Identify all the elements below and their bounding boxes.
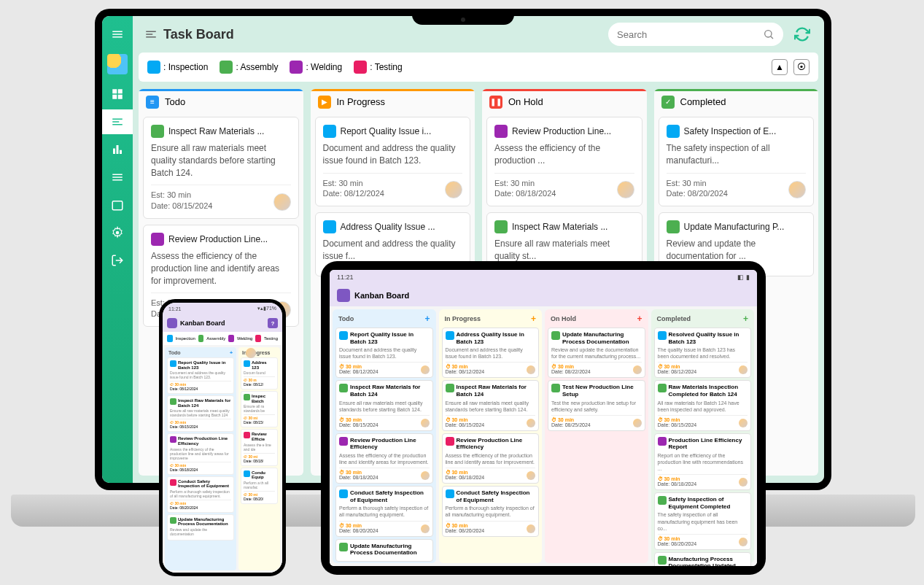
tag-icon (446, 437, 454, 446)
settings-icon[interactable] (102, 220, 133, 245)
card-description: Assess the e line and ide (244, 443, 275, 452)
card-title: Address Quality Issue in Batch 123 (457, 331, 536, 345)
task-card[interactable]: Inspect Raw Materials ... Ensure all raw… (143, 117, 299, 219)
add-icon[interactable]: + (531, 314, 536, 324)
task-card[interactable]: Conduct Safety Inspection of Equipment P… (167, 476, 234, 513)
avatar (633, 419, 642, 427)
task-card[interactable]: Report Quality Issue in Batch 123 Docume… (335, 328, 433, 378)
add-icon[interactable]: + (637, 314, 642, 324)
task-card[interactable]: Report Quality Issue i... Document and a… (315, 117, 471, 206)
sidebar (102, 16, 133, 483)
svg-rect-7 (112, 201, 123, 210)
card-title: Review Efficie (252, 432, 275, 441)
avatar (527, 471, 535, 480)
tablet-column-progress: In Progress+ Address Quality Issue in Ba… (439, 309, 543, 563)
task-card[interactable]: Conduct Safety Inspection of Equipment P… (442, 486, 540, 536)
phone-statusbar: 11:21▾▴▮71% (163, 303, 282, 314)
card-date: Date: 08/20/2024 (170, 505, 198, 510)
avatar (527, 419, 535, 427)
task-card[interactable]: Inspect Raw Materials for Batch 124 Ensu… (167, 395, 234, 432)
refresh-icon[interactable] (792, 24, 812, 44)
add-icon[interactable]: + (424, 314, 430, 324)
task-card[interactable]: Update Manufacturing Process Documentati… (167, 514, 234, 541)
task-card[interactable]: Inspect Raw Materials for Batch 124 Ensu… (335, 380, 433, 430)
card-description: Perform a thorough safety inspection of … (339, 505, 430, 518)
task-card[interactable]: Resolved Quality Issue in Batch 123 The … (654, 328, 752, 378)
card-date: Date: 08/18/2024 (339, 475, 378, 480)
task-card[interactable]: Manufacturing Process Documentation Upda… (654, 552, 752, 566)
task-card[interactable]: Review Production Line... Assess the eff… (486, 117, 642, 206)
card-title: Review Production Line... (168, 234, 268, 244)
card-date: Date: 08/15/2024 (170, 425, 198, 429)
card-title: Review Production Line Efficiency (457, 437, 536, 451)
task-card[interactable]: Review Production Line Efficiency Assess… (167, 433, 234, 474)
card-description: Document and address the quality issue f… (323, 142, 463, 167)
task-card[interactable]: Addres 123 Docum found ⏱ 30 mDate: 08/12… (241, 357, 278, 390)
task-card[interactable]: Test New Production Line Setup Test the … (548, 380, 645, 430)
avatar (421, 419, 430, 427)
menu-icon[interactable] (102, 22, 133, 47)
tablet-statusbar: 11:21◧ ▮ (330, 270, 757, 284)
calendar-icon[interactable] (102, 193, 133, 217)
chart-icon[interactable] (102, 137, 133, 162)
card-date: Date: 08/20/ (244, 497, 263, 501)
card-estimate: ⏱ 30 min (339, 364, 378, 369)
app-icon (337, 289, 350, 302)
dashboard-icon[interactable] (102, 82, 133, 106)
add-icon[interactable]: + (230, 350, 233, 355)
card-description: Perform a thorough safety inspection of … (446, 505, 536, 518)
search-input[interactable] (608, 23, 783, 46)
task-card[interactable]: Report Quality Issue in Batch 123 Docume… (167, 357, 234, 394)
task-card[interactable]: Address Quality Issue in Batch 123 Docum… (442, 328, 540, 378)
task-card[interactable]: Update Manufacturing Process Documentati… (548, 328, 645, 378)
add-icon[interactable]: + (743, 314, 748, 324)
card-description: Review and update the documentation for … (667, 238, 807, 263)
card-description: Ensure all raw materials meet quality st… (170, 408, 231, 417)
app-logo (107, 54, 128, 74)
card-title: Safety Inspection of E... (684, 126, 777, 136)
card-description: Ensure all raw materials meet quality st… (446, 400, 536, 413)
tag-icon (323, 125, 336, 138)
card-title: Conduct Safety Inspection of Equipment (178, 479, 231, 489)
hierarchy-icon[interactable]: ⦿ (793, 59, 810, 75)
task-card[interactable]: Raw Materials Inspection Completed for B… (654, 380, 752, 430)
avatar (527, 365, 535, 374)
laptop-notch (412, 9, 514, 25)
card-estimate: Est: 30 min (667, 178, 728, 188)
board-icon[interactable] (102, 109, 133, 134)
card-title: Conduct Safety Inspection of Equipment (350, 489, 430, 503)
task-card[interactable]: Safety Inspection of E... The safety ins… (659, 117, 815, 206)
list-icon[interactable] (102, 165, 133, 190)
card-date: Date: 08/25/2024 (551, 422, 591, 427)
card-description: The safety inspection of all manufacturi… (667, 142, 807, 167)
svg-rect-5 (117, 145, 119, 154)
card-title: Inspect Raw Materials ... (168, 126, 264, 136)
warning-icon[interactable]: ▲ (772, 59, 788, 75)
svg-rect-0 (112, 89, 117, 93)
task-card[interactable]: Review Production Line Efficiency Assess… (335, 433, 433, 484)
task-card[interactable]: Condu Equip Perform a th all manufac ⏱ 3… (241, 468, 278, 504)
task-card[interactable]: Inspect Raw Materials for Batch 124 Ensu… (442, 380, 540, 430)
card-date: Date: 08/12/2024 (323, 188, 384, 198)
avatar (421, 471, 430, 480)
card-description: Document and address the quality issue f… (170, 371, 231, 379)
logout-icon[interactable] (102, 248, 133, 273)
task-card[interactable]: Safety Inspection of Equipment Completed… (654, 492, 752, 549)
card-date: Date: 08/15/2024 (658, 422, 697, 427)
card-estimate: ⏱ 30 min (339, 470, 378, 475)
tag-icon (658, 331, 667, 340)
tablet-column-done: Completed+ Resolved Quality Issue in Bat… (651, 309, 755, 563)
card-description: Document and address the quality issue f… (323, 238, 463, 263)
task-card[interactable]: Review Production Line Efficiency Assess… (442, 433, 540, 484)
help-icon[interactable]: ? (268, 318, 278, 328)
card-date: Date: 08/15/2024 (339, 422, 378, 427)
legend-bar: : Inspection : Assembly : Welding : Test… (139, 53, 818, 82)
task-card[interactable]: Update Manufacturing Process Documentati… (335, 539, 433, 562)
task-card[interactable]: Production Line Efficiency Report Report… (654, 433, 752, 490)
task-card[interactable]: Conduct Safety Inspection of Equipment P… (335, 486, 433, 536)
task-card[interactable]: Inspec Batch Ensure all ra standards be … (241, 391, 278, 427)
task-card[interactable]: Review Efficie Assess the e line and ide… (241, 429, 278, 465)
card-title: Resolved Quality Issue in Batch 123 (669, 331, 748, 345)
card-title: Report Quality Issue i... (341, 126, 432, 136)
tag-icon (244, 394, 250, 400)
